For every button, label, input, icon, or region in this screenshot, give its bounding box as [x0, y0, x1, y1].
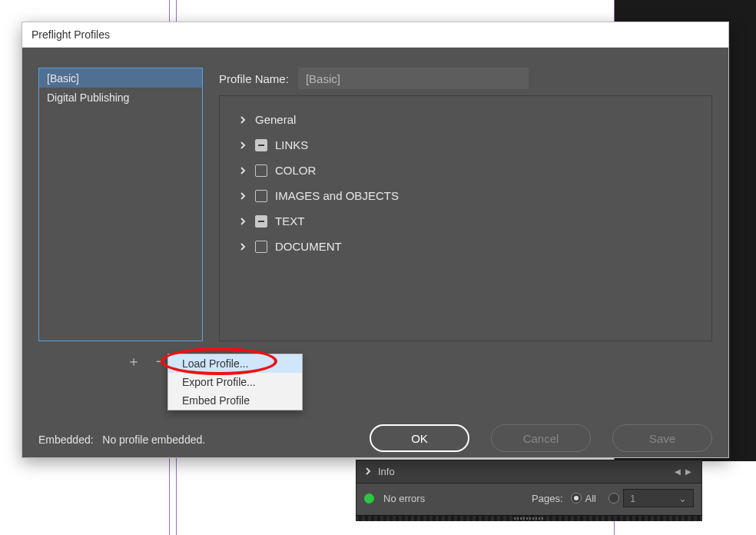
- dialog-button-row: OK Cancel Save: [370, 424, 712, 452]
- checkbox-icon[interactable]: [255, 164, 267, 177]
- status-row: No errors Pages: All 1 ⌄: [356, 483, 701, 513]
- chevron-right-icon: [237, 214, 249, 228]
- profile-item-label: [Basic]: [47, 72, 79, 85]
- profile-item-label: Digital Publishing: [47, 91, 129, 104]
- category-general[interactable]: General: [237, 107, 695, 132]
- profile-name-field[interactable]: [Basic]: [298, 68, 529, 89]
- chevron-right-icon: [237, 240, 249, 253]
- preflight-status-panel: Info ◄ ► No errors Pages: All 1 ⌄: [356, 460, 702, 517]
- preflight-profiles-dialog: Preflight Profiles [Basic] Digital Publi…: [22, 22, 729, 458]
- embedded-status: Embedded: No profile embedded.: [38, 434, 205, 446]
- remove-profile-button[interactable]: −: [152, 354, 167, 369]
- checkbox-indeterminate-icon[interactable]: [255, 139, 267, 151]
- profile-item-basic[interactable]: [Basic]: [39, 68, 202, 88]
- status-text: No errors: [383, 493, 425, 504]
- menu-item-load-profile[interactable]: Load Profile...: [168, 354, 302, 373]
- category-label: COLOR: [275, 164, 316, 177]
- dialog-title-text: Preflight Profiles: [32, 28, 110, 41]
- profile-menu-dropdown: Load Profile... Export Profile... Embed …: [167, 354, 303, 410]
- embedded-label: Embedded:: [38, 434, 94, 446]
- menu-item-label: Embed Profile: [182, 394, 250, 407]
- save-button[interactable]: Save: [612, 424, 712, 452]
- profile-name-value: [Basic]: [306, 72, 340, 85]
- profile-name-row: Profile Name: [Basic]: [219, 68, 529, 89]
- embedded-value: No profile embedded.: [102, 434, 205, 446]
- category-links[interactable]: LINKS: [237, 132, 695, 158]
- category-label: DOCUMENT: [275, 240, 342, 253]
- menu-item-export-profile[interactable]: Export Profile...: [168, 373, 302, 391]
- info-disclosure-row[interactable]: Info ◄ ►: [356, 460, 701, 483]
- pages-label: Pages:: [532, 493, 562, 504]
- category-color[interactable]: COLOR: [237, 158, 695, 183]
- pages-all-label: All: [585, 493, 596, 504]
- cancel-button[interactable]: Cancel: [491, 424, 591, 452]
- dialog-body: [Basic] Digital Publishing ＋ − Embedded:…: [22, 48, 728, 457]
- pages-range-radio[interactable]: [608, 493, 619, 503]
- category-tree: General LINKS COLOR: [219, 95, 712, 341]
- checkbox-icon[interactable]: [255, 190, 267, 202]
- category-label: General: [255, 113, 296, 126]
- add-profile-button[interactable]: ＋: [126, 354, 141, 369]
- panel-resize-grip[interactable]: [356, 515, 702, 521]
- profile-item-digital-publishing[interactable]: Digital Publishing: [39, 88, 202, 107]
- category-text[interactable]: TEXT: [237, 208, 695, 234]
- category-document[interactable]: DOCUMENT: [237, 234, 695, 259]
- category-label: TEXT: [275, 214, 304, 228]
- category-images-objects[interactable]: IMAGES and OBJECTS: [237, 183, 695, 208]
- dialog-title: Preflight Profiles: [22, 22, 728, 48]
- ok-button[interactable]: OK: [370, 424, 469, 452]
- chevron-right-icon: [237, 138, 249, 151]
- checkbox-indeterminate-icon[interactable]: [255, 215, 267, 228]
- profile-name-label: Profile Name:: [219, 72, 289, 85]
- category-label: IMAGES and OBJECTS: [275, 189, 399, 202]
- status-ok-icon: [364, 493, 374, 503]
- menu-item-label: Export Profile...: [182, 376, 256, 388]
- chevron-right-icon: [237, 113, 249, 126]
- info-label: Info: [378, 466, 395, 477]
- chevron-down-icon: ⌄: [678, 493, 687, 504]
- category-label: LINKS: [275, 138, 308, 151]
- pages-range-value: 1: [630, 493, 635, 504]
- chevron-right-icon: [364, 466, 372, 477]
- prev-arrow-icon[interactable]: ◄: [672, 466, 683, 477]
- next-arrow-icon[interactable]: ►: [683, 466, 694, 477]
- chevron-right-icon: [237, 164, 249, 177]
- pages-all-radio[interactable]: [571, 493, 582, 503]
- menu-item-embed-profile[interactable]: Embed Profile: [168, 391, 302, 410]
- profiles-list[interactable]: [Basic] Digital Publishing: [38, 68, 203, 341]
- pages-range-field[interactable]: 1 ⌄: [623, 489, 694, 507]
- chevron-right-icon: [237, 189, 249, 202]
- checkbox-icon[interactable]: [255, 241, 267, 253]
- menu-item-label: Load Profile...: [182, 357, 248, 370]
